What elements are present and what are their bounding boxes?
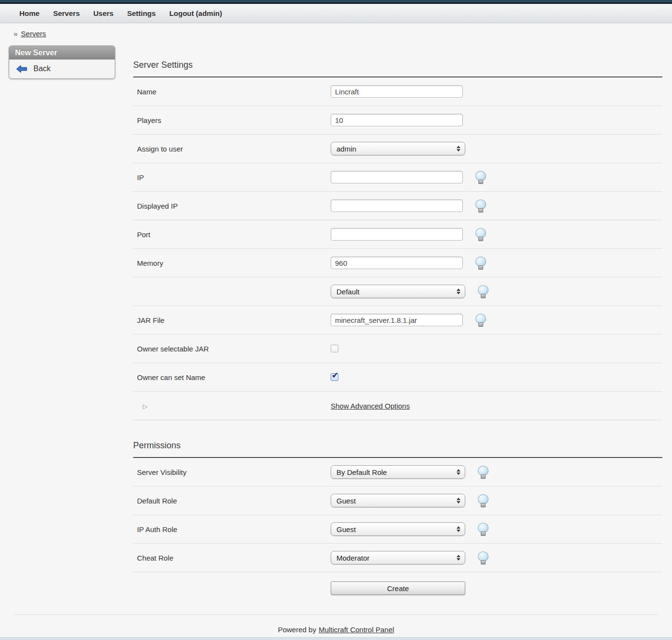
cheat-role-row: Cheat Role Moderator (133, 544, 662, 572)
memory-label: Memory (137, 259, 331, 267)
name-label: Name (137, 88, 331, 96)
back-arrow-icon (16, 65, 28, 73)
owner-selectable-jar-label: Owner selectable JAR (137, 345, 331, 353)
memory-row: Memory (133, 249, 662, 277)
lightbulb-help-icon[interactable] (478, 285, 488, 298)
breadcrumb: » Servers (0, 23, 672, 38)
port-label: Port (137, 230, 331, 239)
lightbulb-help-icon[interactable] (478, 551, 488, 564)
jar-file-input[interactable] (331, 314, 463, 326)
players-label: Players (137, 116, 331, 124)
nav-logout[interactable]: Logout (admin) (169, 9, 222, 17)
default-role-label: Default Role (137, 497, 331, 505)
jar-type-value: Default (336, 288, 360, 296)
lightbulb-help-icon[interactable] (475, 171, 486, 183)
memory-input[interactable] (331, 257, 463, 269)
default-role-select[interactable]: Guest (331, 494, 465, 507)
server-visibility-select[interactable]: By Default Role (331, 465, 465, 479)
ip-label: IP (137, 173, 331, 182)
ip-auth-role-row: IP Auth Role Guest (133, 515, 662, 544)
assign-to-user-label: Assign to user (137, 145, 331, 153)
up-down-stepper-icon (457, 146, 460, 152)
footer-text: Powered by (278, 625, 316, 634)
nav-servers[interactable]: Servers (53, 9, 80, 17)
server-visibility-row: Server Visibility By Default Role (133, 458, 662, 487)
players-input[interactable] (331, 114, 463, 126)
top-accent-strip (0, 0, 672, 4)
assign-to-user-row: Assign to user admin (133, 135, 662, 163)
permissions-title: Permissions (133, 441, 662, 451)
server-visibility-label: Server Visibility (137, 468, 331, 476)
nav-settings[interactable]: Settings (127, 9, 155, 17)
jar-file-label: JAR File (137, 316, 331, 324)
port-row: Port (133, 220, 662, 249)
jar-type-row: Default (133, 277, 662, 306)
lightbulb-help-icon[interactable] (478, 523, 488, 535)
displayed-ip-row: Displayed IP (133, 192, 662, 220)
up-down-stepper-icon (457, 526, 460, 532)
up-down-stepper-icon (457, 289, 460, 294)
triangle-right-icon[interactable]: ▷ (143, 403, 148, 410)
ip-auth-role-select[interactable]: Guest (331, 522, 465, 536)
ip-input[interactable] (331, 171, 463, 183)
owner-selectable-jar-checkbox[interactable] (331, 345, 338, 352)
port-input[interactable] (331, 228, 463, 241)
ip-row: IP (133, 163, 662, 192)
nav-home[interactable]: Home (19, 9, 40, 17)
server-visibility-value: By Default Role (336, 468, 387, 476)
lightbulb-help-icon[interactable] (475, 314, 486, 326)
owner-can-set-name-checkbox[interactable]: ✔ (331, 373, 338, 381)
server-settings-title: Server Settings (133, 60, 662, 70)
check-icon: ✔ (332, 370, 338, 381)
cheat-role-value: Moderator (336, 554, 369, 562)
server-form: Server Settings Name Players Assign to u… (133, 38, 662, 608)
advanced-options-row: ▷ Show Advanced Options (133, 392, 662, 420)
ip-auth-role-label: IP Auth Role (137, 525, 331, 533)
back-label: Back (33, 64, 51, 73)
up-down-stepper-icon (457, 469, 460, 475)
breadcrumb-separator: » (14, 30, 17, 38)
lightbulb-help-icon[interactable] (478, 466, 488, 478)
displayed-ip-label: Displayed IP (137, 202, 331, 210)
footer: Powered by Multicraft Control Panel (0, 615, 672, 634)
default-role-row: Default Role Guest (133, 487, 662, 515)
up-down-stepper-icon (457, 498, 460, 503)
cheat-role-select[interactable]: Moderator (331, 551, 465, 564)
multicraft-control-panel-link[interactable]: Multicraft Control Panel (319, 625, 394, 634)
lightbulb-help-icon[interactable] (475, 199, 486, 212)
bottom-accent-strip (0, 637, 672, 640)
create-button[interactable]: Create (331, 581, 465, 595)
breadcrumb-servers-link[interactable]: Servers (21, 30, 46, 38)
back-button[interactable]: Back (9, 60, 115, 78)
jar-type-select[interactable]: Default (331, 285, 465, 298)
players-row: Players (133, 106, 662, 135)
new-server-panel: New Server Back (9, 46, 115, 79)
create-row: Create (133, 572, 662, 608)
lightbulb-help-icon[interactable] (478, 494, 488, 507)
displayed-ip-input[interactable] (331, 199, 463, 212)
assign-to-user-value: admin (336, 145, 356, 153)
ip-auth-role-value: Guest (336, 525, 356, 533)
name-row: Name (133, 77, 662, 106)
owner-can-set-name-label: Owner can set Name (137, 373, 331, 381)
main-navbar: Home Servers Users Settings Logout (admi… (0, 4, 672, 23)
nav-users[interactable]: Users (93, 9, 114, 17)
up-down-stepper-icon (457, 555, 460, 561)
owner-selectable-jar-row: Owner selectable JAR (133, 335, 662, 363)
name-input[interactable] (331, 85, 463, 98)
lightbulb-help-icon[interactable] (475, 228, 486, 241)
panel-title: New Server (9, 46, 115, 60)
jar-file-row: JAR File (133, 306, 662, 335)
lightbulb-help-icon[interactable] (475, 257, 486, 269)
default-role-value: Guest (336, 497, 356, 505)
cheat-role-label: Cheat Role (137, 554, 331, 562)
assign-to-user-select[interactable]: admin (331, 142, 465, 155)
section-gap (133, 420, 662, 441)
show-advanced-options-link[interactable]: Show Advanced Options (331, 402, 410, 410)
owner-can-set-name-row: Owner can set Name ✔ (133, 363, 662, 392)
